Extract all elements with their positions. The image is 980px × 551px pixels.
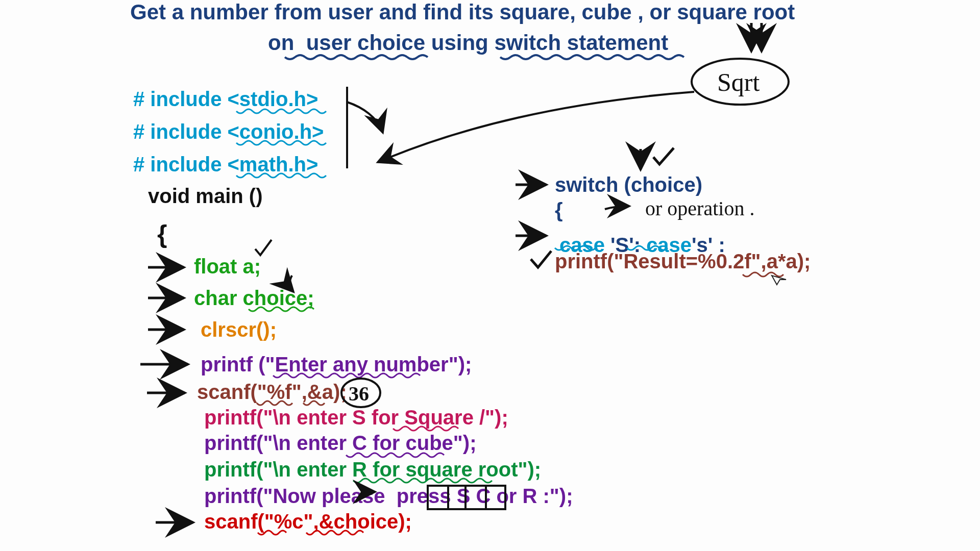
open-brace-2: { <box>555 199 563 222</box>
or-operation-note: or operation . <box>645 196 754 220</box>
include-math: # include <math.h> <box>133 153 318 176</box>
include-conio: # include <conio.h> <box>133 120 324 143</box>
void-main: void main () <box>148 185 262 208</box>
printf-enter-number: printf ("Enter any number"); <box>201 353 472 376</box>
char-choice: char choice; <box>194 287 314 310</box>
clrscr: clrscr(); <box>201 318 277 341</box>
printf-s: printf("\n enter S for Square /"); <box>204 406 508 429</box>
printf-now: printf("Now please press S C or R :"); <box>204 485 573 508</box>
float-a: float a; <box>194 255 261 278</box>
printf-c: printf("\n enter C for cube"); <box>204 432 476 455</box>
printf-r: printf("\n enter R for square root"); <box>204 458 541 481</box>
whiteboard-slide: { "title_l1":"Get a number from user and… <box>0 0 980 551</box>
title-line-1: Get a number from user and find its squa… <box>130 0 795 24</box>
open-brace: { <box>157 219 167 249</box>
switch-choice: switch (choice) <box>555 173 702 196</box>
example-36: 36 <box>349 382 369 406</box>
include-stdio: # include <stdio.h> <box>133 88 318 111</box>
title-line-2: on user choice using switch statement <box>268 31 668 55</box>
scanf-float: scanf("%f",&a); <box>197 381 347 404</box>
sqrt-annotation: Sqrt <box>717 67 760 97</box>
printf-result: printf("Result=%0.2f",a*a); <box>555 250 811 273</box>
scanf-choice: scanf("%c",&choice); <box>204 510 412 533</box>
